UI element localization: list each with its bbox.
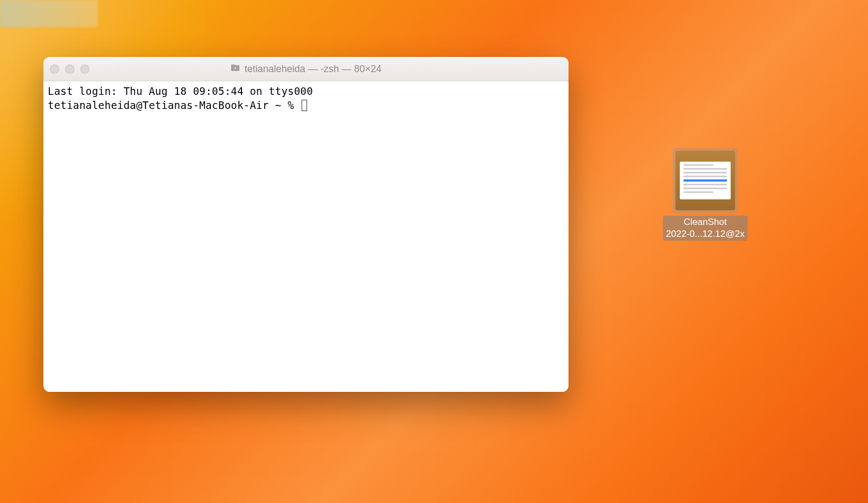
home-folder-icon	[231, 63, 240, 75]
file-name-line1: CleanShot	[666, 216, 745, 228]
file-name-line2: 2022-0...12.12@2x	[666, 228, 745, 240]
file-thumbnail	[675, 151, 735, 210]
window-title-bar[interactable]: tetianaleheida — -zsh — 80×24	[43, 57, 569, 81]
window-title-text: tetianaleheida — -zsh — 80×24	[245, 63, 382, 75]
maximize-button[interactable]	[80, 65, 90, 74]
file-label: CleanShot 2022-0...12.12@2x	[663, 216, 748, 241]
window-title: tetianaleheida — -zsh — 80×24	[231, 63, 382, 75]
close-button[interactable]	[50, 65, 59, 74]
file-thumbnail-preview	[680, 162, 731, 199]
terminal-window[interactable]: tetianaleheida — -zsh — 80×24 Last login…	[43, 57, 569, 392]
file-thumbnail-selection	[673, 148, 738, 213]
terminal-cursor	[302, 100, 307, 111]
last-login-text: Last login: Thu Aug 18 09:05:44 on ttys0…	[48, 85, 313, 97]
desktop-file-icon[interactable]: CleanShot 2022-0...12.12@2x	[651, 148, 760, 241]
terminal-content[interactable]: Last login: Thu Aug 18 09:05:44 on ttys0…	[43, 81, 569, 392]
shell-prompt: tetianaleheida@Tetianas-MacBook-Air ~ %	[48, 99, 301, 111]
minimize-button[interactable]	[65, 65, 74, 74]
window-traffic-lights	[50, 65, 90, 74]
